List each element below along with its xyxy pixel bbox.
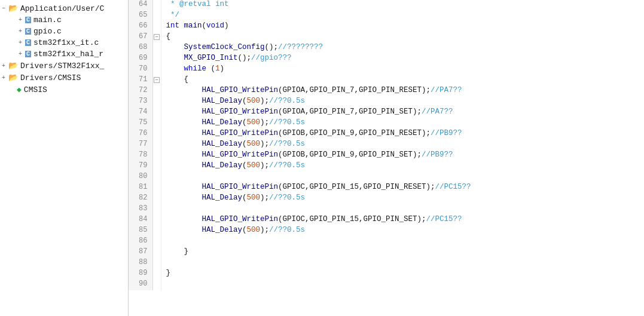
- tree-toggle[interactable]: +: [0, 63, 7, 69]
- line-number: 78: [129, 151, 152, 161]
- code-content: HAL_Delay(500);//??0.5s: [161, 118, 644, 129]
- code-line: 66int main(void): [129, 22, 644, 32]
- code-line: 65 */: [129, 11, 644, 22]
- sidebar-item-gpio-c[interactable]: +Cgpio.c: [0, 26, 128, 37]
- code-line: 87 }: [129, 247, 644, 258]
- line-number: 68: [129, 43, 152, 54]
- fold-button[interactable]: −: [154, 34, 160, 40]
- code-line: 89}: [129, 269, 644, 280]
- code-content: while (1): [161, 65, 644, 75]
- sidebar-item-drivers-cmsis[interactable]: +📂Drivers/CMSIS: [0, 72, 128, 84]
- line-number: 64: [129, 0, 152, 11]
- code-content: HAL_Delay(500);//??0.5s: [161, 194, 644, 204]
- fold-indicator: [152, 247, 161, 258]
- code-line: 84 HAL_GPIO_WritePin(GPIOC,GPIO_PIN_15,G…: [129, 215, 644, 226]
- fold-indicator: [152, 215, 161, 226]
- file-c-icon: C: [25, 39, 31, 46]
- code-content: HAL_GPIO_WritePin(GPIOB,GPIO_PIN_9,GPIO_…: [161, 129, 644, 140]
- code-line: 85 HAL_Delay(500);//??0.5s: [129, 226, 644, 237]
- tree-toggle[interactable]: +: [17, 39, 24, 46]
- line-number: 76: [129, 129, 152, 140]
- fold-indicator: [152, 108, 161, 118]
- folder-icon: 📂: [8, 4, 18, 13]
- code-table: 64 * @retval int65 */66int main(void)67−…: [129, 0, 644, 290]
- tree-toggle[interactable]: +: [17, 17, 24, 23]
- fold-indicator[interactable]: −: [152, 75, 161, 86]
- sidebar-item-drivers-stm32[interactable]: +📂Drivers/STM32F1xx_: [0, 60, 128, 72]
- code-content: HAL_GPIO_WritePin(GPIOB,GPIO_PIN_9,GPIO_…: [161, 151, 644, 161]
- fold-indicator: [152, 172, 161, 183]
- fold-indicator: [152, 43, 161, 54]
- line-number: 80: [129, 172, 152, 183]
- fold-indicator: [152, 183, 161, 194]
- line-number: 72: [129, 86, 152, 97]
- fold-indicator: [152, 140, 161, 151]
- line-number: 88: [129, 258, 152, 269]
- line-number: 79: [129, 161, 152, 172]
- line-number: 70: [129, 65, 152, 75]
- code-line: 68 SystemClock_Config();//????????: [129, 43, 644, 54]
- code-content: [161, 172, 644, 183]
- code-line: 64 * @retval int: [129, 0, 644, 11]
- fold-indicator: [152, 237, 161, 247]
- code-content: [161, 237, 644, 247]
- sidebar-item-stm32f1xx-it[interactable]: +Cstm32f1xx_it.c: [0, 37, 128, 48]
- line-number: 85: [129, 226, 152, 237]
- code-line: 81 HAL_GPIO_WritePin(GPIOC,GPIO_PIN_15,G…: [129, 183, 644, 194]
- line-number: 89: [129, 269, 152, 280]
- code-line: 70 while (1): [129, 65, 644, 75]
- code-line: 80: [129, 172, 644, 183]
- tree-toggle[interactable]: −: [0, 5, 7, 12]
- code-line: 74 HAL_GPIO_WritePin(GPIOA,GPIO_PIN_7,GP…: [129, 108, 644, 118]
- tree-item-label: main.c: [33, 16, 62, 24]
- code-content: [161, 204, 644, 215]
- code-content: HAL_GPIO_WritePin(GPIOC,GPIO_PIN_15,GPIO…: [161, 183, 644, 194]
- folder-icon: 📂: [8, 73, 18, 82]
- line-number: 81: [129, 183, 152, 194]
- code-line: 90: [129, 280, 644, 290]
- sidebar-item-stm32f1xx-hal[interactable]: +Cstm32f1xx_hal_r: [0, 48, 128, 60]
- fold-indicator[interactable]: −: [152, 32, 161, 43]
- code-editor: 64 * @retval int65 */66int main(void)67−…: [129, 0, 644, 316]
- tree-toggle[interactable]: +: [17, 51, 24, 57]
- code-content: {: [161, 32, 644, 43]
- code-content: MX_GPIO_Init();//gpio???: [161, 54, 644, 65]
- code-content: HAL_GPIO_WritePin(GPIOA,GPIO_PIN_7,GPIO_…: [161, 108, 644, 118]
- line-number: 73: [129, 97, 152, 108]
- line-number: 66: [129, 22, 152, 32]
- sidebar-item-main-c[interactable]: +Cmain.c: [0, 14, 128, 26]
- gem-icon: ◆: [17, 85, 22, 94]
- tree-item-label: Application/User/C: [20, 4, 104, 13]
- line-number: 67: [129, 32, 152, 43]
- code-line: 77 HAL_Delay(500);//??0.5s: [129, 140, 644, 151]
- code-content: HAL_Delay(500);//??0.5s: [161, 226, 644, 237]
- code-content: }: [161, 247, 644, 258]
- fold-indicator: [152, 129, 161, 140]
- fold-indicator: [152, 97, 161, 108]
- code-content: int main(void): [161, 22, 644, 32]
- tree-toggle[interactable]: +: [0, 75, 7, 81]
- tree-item-label: stm32f1xx_hal_r: [33, 50, 103, 59]
- code-content: HAL_GPIO_WritePin(GPIOA,GPIO_PIN_7,GPIO_…: [161, 86, 644, 97]
- fold-indicator: [152, 22, 161, 32]
- line-number: 65: [129, 11, 152, 22]
- fold-button[interactable]: −: [154, 77, 160, 83]
- code-line: 73 HAL_Delay(500);//??0.5s: [129, 97, 644, 108]
- file-c-icon: C: [25, 17, 31, 23]
- sidebar-item-cmsis[interactable]: ◆CMSIS: [0, 84, 128, 96]
- sidebar-item-app-folder[interactable]: −📂Application/User/C: [0, 2, 128, 14]
- code-line: 82 HAL_Delay(500);//??0.5s: [129, 194, 644, 204]
- file-tree[interactable]: −📂Application/User/C+Cmain.c+Cgpio.c+Cst…: [0, 0, 129, 316]
- code-line: 72 HAL_GPIO_WritePin(GPIOA,GPIO_PIN_7,GP…: [129, 86, 644, 97]
- code-content: */: [161, 11, 644, 22]
- tree-toggle[interactable]: +: [17, 28, 24, 35]
- code-line: 79 HAL_Delay(500);//??0.5s: [129, 161, 644, 172]
- line-number: 69: [129, 54, 152, 65]
- code-content: * @retval int: [161, 0, 644, 11]
- fold-indicator: [152, 280, 161, 290]
- code-line: 75 HAL_Delay(500);//??0.5s: [129, 118, 644, 129]
- tree-item-label: CMSIS: [24, 85, 47, 94]
- line-number: 87: [129, 247, 152, 258]
- tree-item-label: gpio.c: [33, 27, 62, 36]
- code-content: SystemClock_Config();//????????: [161, 43, 644, 54]
